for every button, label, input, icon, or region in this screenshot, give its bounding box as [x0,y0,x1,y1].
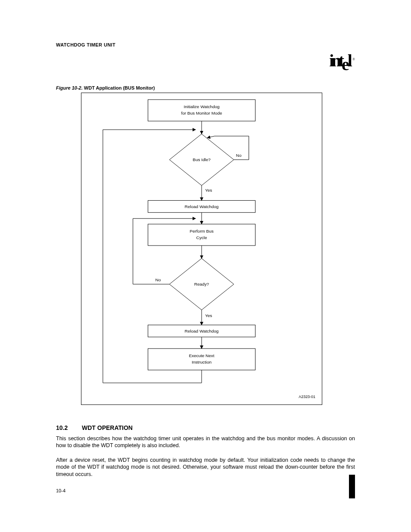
body-paragraph-1: This section describes how the watchdog … [56,435,355,449]
section-number: 10.2 [56,424,68,431]
flow-box-reload2: Reload Watchdog [185,329,219,333]
edge-label-d2-yes: Yes [205,313,212,318]
flow-box-exec-1: Execute Next [189,353,214,358]
chapter-thumb-tab [349,475,355,498]
page-number: 10-4 [56,488,65,493]
flow-decision-ready: Ready? [194,282,209,286]
flow-box-bus-1: Perform Bus [190,229,213,233]
edge-label-d1-yes: Yes [205,188,212,193]
edge-label-d1-no: No [236,153,242,158]
edge-label-d2-no: No [156,277,161,282]
flow-box-init-1: Initialize Watchdog [184,104,219,109]
flow-box-reload1: Reload Watchdog [185,204,219,209]
flowchart: Initialize Watchdog for Bus Monitor Mode… [81,93,322,404]
svg-line-3 [207,136,215,138]
section-title: WDT OPERATION [82,424,133,431]
flow-decision-idle: Bus Idle? [193,157,211,162]
flow-box-init-2: for Bus Monitor Mode [181,111,222,115]
figure-caption: Figure 10-2. WDT Application (BUS Monito… [56,85,155,90]
flowchart-frame: Initialize Watchdog for Bus Monitor Mode… [81,93,322,405]
flow-box-bus-2: Cycle [196,235,207,240]
figure-id: A2323-01 [299,395,315,399]
body-paragraph-2: After a device reset, the WDT begins cou… [56,457,355,478]
running-header: WATCHDOG TIMER UNIT [56,42,115,47]
flow-box-exec-2: Instruction [192,360,212,364]
intel-logo: intel® [329,54,355,68]
